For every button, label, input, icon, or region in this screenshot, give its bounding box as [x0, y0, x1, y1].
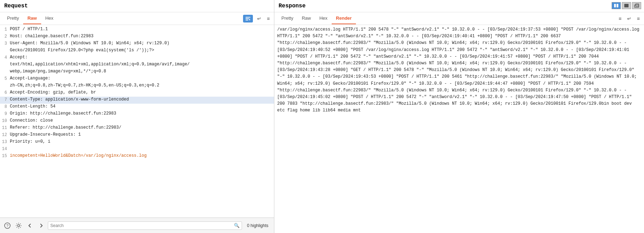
table-row: 9Origin: http://challenge.basectf.fun:22…: [0, 111, 274, 118]
line-content: Content-Length: 54: [10, 104, 274, 109]
main-container: Request Pretty Raw Hex ↵: [0, 0, 644, 233]
line-number: [0, 62, 10, 62]
tab-pretty-right[interactable]: Pretty: [277, 13, 298, 24]
line-content: Connection: close: [10, 118, 274, 123]
line-content: Accept-Language:: [10, 76, 274, 81]
window-btn-3[interactable]: [632, 2, 641, 9]
line-number: 3: [0, 41, 10, 46]
window-controls: [612, 2, 641, 9]
line-content: Host: challenge.basectf.fun:22983: [10, 34, 274, 39]
help-icon[interactable]: ?: [3, 221, 12, 230]
line-number: 4: [0, 55, 10, 60]
svg-point-5: [18, 225, 20, 227]
tab-raw-left[interactable]: Raw: [23, 13, 41, 24]
table-row: webp,image/png,image/svg+xml,*/*;q=0.8: [0, 69, 274, 76]
line-number: 13: [0, 139, 10, 144]
search-container: 🔍: [48, 221, 242, 230]
left-panel-title: Request: [0, 0, 274, 12]
line-number: 10: [0, 118, 10, 123]
table-row: Gecko/20100101 Firefox/129.0<?php eval(s…: [0, 47, 274, 54]
window-btn-1[interactable]: [612, 2, 621, 9]
line-content: Origin: http://challenge.basectf.fun:229…: [10, 111, 274, 116]
window-btn-2[interactable]: [622, 2, 631, 9]
table-row: 12Upgrade-Insecure-Requests: 1: [0, 132, 274, 139]
line-number: 5: [0, 76, 10, 81]
wrap-icon-right[interactable]: ≡: [617, 14, 623, 23]
line-number: 14: [0, 146, 10, 151]
line-content: text/html,application/xhtml+xml,applicat…: [10, 62, 274, 67]
table-row: 6Accept-Encoding: gzip, deflate, br: [0, 90, 274, 97]
line-content: POST / HTTP/1.1: [10, 27, 274, 32]
line-number: 8: [0, 104, 10, 109]
tab-render-right[interactable]: Render: [332, 13, 356, 24]
right-panel: Response: [274, 0, 644, 233]
table-row: 14: [0, 146, 274, 153]
svg-rect-0: [246, 17, 250, 18]
back-icon[interactable]: [25, 221, 34, 230]
line-number: [0, 83, 10, 83]
line-content: webp,image/png,image/svg+xml,*/*;q=0.8: [10, 69, 274, 74]
table-row: 8Content-Length: 54: [0, 104, 274, 111]
table-row: 11Referer: http://challenge.basectf.fun:…: [0, 125, 274, 132]
line-number: 15: [0, 153, 10, 158]
left-bottom-toolbar: ? 🔍 0: [0, 218, 274, 233]
newline-icon[interactable]: ↵: [256, 14, 263, 23]
line-number: 1: [0, 27, 10, 32]
table-row: zh-CN,zh;q=0.8,zh-TW;q=0.7,zh-HK;q=0.5,e…: [0, 83, 274, 90]
line-number: 11: [0, 125, 10, 130]
line-content: Upgrade-Insecure-Requests: 1: [10, 132, 274, 137]
right-panel-title: Response: [274, 0, 644, 12]
line-content: Accept:: [10, 55, 274, 60]
table-row: 13Priority: u=0, i: [0, 139, 274, 146]
line-content: Priority: u=0, i: [10, 139, 274, 144]
left-tab-bar: Pretty Raw Hex ↵ ≡: [0, 12, 274, 25]
line-number: 6: [0, 90, 10, 95]
settings-icon[interactable]: [14, 221, 23, 230]
line-content: zh-CN,zh;q=0.8,zh-TW;q=0.7,zh-HK;q=0.5,e…: [10, 83, 274, 88]
tab-hex-right[interactable]: Hex: [315, 13, 332, 24]
search-input[interactable]: [50, 223, 234, 228]
table-row: text/html,application/xhtml+xml,applicat…: [0, 62, 274, 69]
line-content: Gecko/20100101 Firefox/129.0<?php eval(s…: [10, 48, 274, 53]
svg-rect-2: [246, 20, 248, 20]
line-number: 9: [0, 111, 10, 116]
tab-hex-left[interactable]: Hex: [41, 13, 58, 24]
line-number: [0, 48, 10, 48]
svg-rect-8: [624, 4, 629, 7]
highlights-badge: 0 highlights: [244, 223, 271, 228]
tab-pretty-left[interactable]: Pretty: [3, 13, 23, 24]
line-number: 2: [0, 34, 10, 39]
table-row: 5Accept-Language:: [0, 76, 274, 83]
newline-icon-right[interactable]: ↵: [626, 14, 633, 23]
svg-text:?: ?: [6, 224, 8, 228]
line-number: [0, 69, 10, 69]
table-row: 3User-Agent: Mozilla/5.0 (Windows NT 10.…: [0, 40, 274, 47]
line-content: incompetent=HelloWorld&Datch=/var/log/ng…: [10, 153, 274, 158]
svg-rect-1: [246, 18, 249, 19]
menu-icon-right[interactable]: ≡: [636, 14, 641, 23]
right-header-area: Response: [274, 0, 644, 12]
svg-rect-6: [614, 4, 616, 7]
table-row: 1POST / HTTP/1.1: [0, 26, 274, 33]
tab-raw-right[interactable]: Raw: [298, 13, 315, 24]
table-row: 4Accept:: [0, 54, 274, 62]
line-number: 12: [0, 132, 10, 137]
line-content: User-Agent: Mozilla/5.0 (Windows NT 10.0…: [10, 41, 274, 46]
menu-icon-left[interactable]: ≡: [266, 14, 271, 23]
search-icon: 🔍: [234, 223, 240, 228]
line-content: Accept-Encoding: gzip, deflate, br: [10, 90, 274, 95]
svg-rect-7: [617, 4, 618, 7]
line-content: Content-Type: application/x-www-form-url…: [10, 97, 274, 102]
wrap-icon[interactable]: [243, 15, 253, 22]
line-content: Referer: http://challenge.basectf.fun:22…: [10, 125, 274, 130]
right-code-content: /var/log/nginx/access.log HTTP/1.1" 200 …: [274, 25, 644, 233]
left-panel: Request Pretty Raw Hex ↵: [0, 0, 274, 233]
table-row: 2Host: challenge.basectf.fun:22983: [0, 33, 274, 40]
table-row: 15incompetent=HelloWorld&Datch=/var/log/…: [0, 153, 274, 160]
table-row: 7Content-Type: application/x-www-form-ur…: [0, 97, 274, 104]
left-code-content: 1POST / HTTP/1.12Host: challenge.basectf…: [0, 25, 274, 218]
right-tab-bar: Pretty Raw Hex Render ≡ ↵ ≡: [274, 12, 644, 25]
forward-icon[interactable]: [37, 221, 46, 230]
table-row: 10Connection: close: [0, 118, 274, 125]
line-number: 7: [0, 97, 10, 102]
